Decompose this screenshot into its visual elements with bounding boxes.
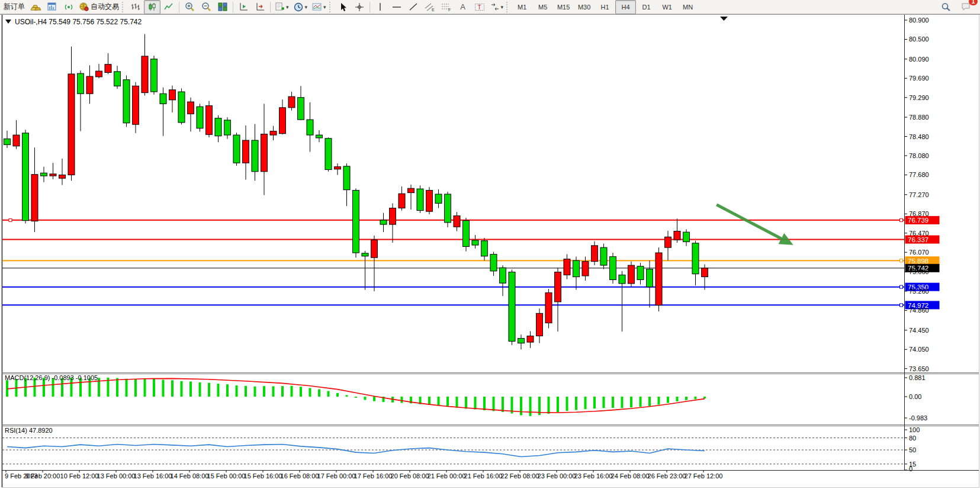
candle-body-down bbox=[500, 268, 506, 283]
price-axis-label: 79.290 bbox=[909, 94, 929, 101]
zoom-in-button[interactable] bbox=[181, 0, 198, 14]
candle-body-down bbox=[4, 139, 11, 145]
candle-body-down bbox=[683, 232, 690, 242]
candle-body-up bbox=[702, 268, 708, 277]
notifications-button[interactable]: 1 bbox=[957, 0, 974, 14]
hline-anchor[interactable] bbox=[900, 285, 903, 288]
autotrading-button[interactable]: 自动交易 bbox=[77, 0, 121, 14]
horizontal-line-button[interactable] bbox=[388, 0, 405, 14]
text-label-button[interactable]: T bbox=[471, 0, 488, 14]
timeframe-h1[interactable]: H1 bbox=[595, 0, 615, 14]
chart-window-icon bbox=[47, 2, 57, 11]
chart-shift-marker[interactable] bbox=[720, 17, 728, 21]
timeframe-h4[interactable]: H4 bbox=[615, 0, 636, 14]
fibonacci-button[interactable]: F bbox=[438, 0, 455, 14]
candle-body-up bbox=[536, 313, 543, 336]
crosshair-button[interactable] bbox=[351, 0, 368, 14]
new-order-button[interactable]: 新订单 bbox=[1, 0, 27, 14]
chart-shift-button[interactable] bbox=[235, 0, 252, 14]
trendline-button[interactable] bbox=[405, 0, 422, 14]
candle-body-down bbox=[637, 266, 644, 280]
toolbar-grip[interactable] bbox=[329, 2, 333, 12]
one-click-trading-arrow[interactable] bbox=[5, 20, 11, 24]
equidistant-channel-icon: E bbox=[425, 2, 435, 12]
shapes-dropdown-arrow[interactable]: ▾ bbox=[501, 4, 504, 10]
price-axis-label: 75.260 bbox=[909, 288, 929, 295]
auto-scroll-button[interactable] bbox=[252, 0, 268, 14]
candle-body-down bbox=[353, 190, 359, 253]
pane-separator-macd[interactable] bbox=[2, 373, 979, 374]
indicators-dropdown-arrow[interactable]: ▾ bbox=[323, 4, 326, 10]
autotrading-label: 自动交易 bbox=[91, 2, 119, 12]
hlines-layer[interactable]: 76.73976.33775.89875.74275.35074.972 bbox=[2, 216, 940, 309]
market-watch-icon[interactable] bbox=[44, 0, 60, 14]
vertical-line-button[interactable] bbox=[372, 0, 388, 14]
channel-button[interactable]: E bbox=[422, 0, 438, 14]
chart-canvas[interactable]: 76.73976.33775.89875.74275.35074.972 80.… bbox=[0, 0, 980, 489]
chart-title-ohlc: USOil-,H4 75.549 75.756 75.522 75.742 bbox=[15, 18, 142, 26]
candle-body-down bbox=[215, 118, 221, 136]
macd-pane: 0.8810.00-0.983 bbox=[7, 374, 927, 422]
candlestick-icon bbox=[147, 2, 157, 11]
gold-bars-icon[interactable] bbox=[27, 0, 44, 14]
timeframe-w1[interactable]: W1 bbox=[657, 0, 677, 14]
time-axis-label: 21 Feb 00:00 bbox=[428, 472, 466, 480]
toolbar-grip[interactable] bbox=[122, 2, 126, 12]
search-button[interactable] bbox=[937, 0, 954, 14]
trend-arrow-annotation[interactable] bbox=[716, 205, 789, 243]
tile-windows-icon bbox=[218, 2, 227, 11]
candle-body-up bbox=[582, 262, 589, 276]
candle-body-down bbox=[224, 120, 231, 135]
candle-body-up bbox=[371, 240, 378, 258]
timeframe-m5[interactable]: M5 bbox=[532, 0, 553, 14]
rsi-pane: 1008050150 bbox=[2, 426, 920, 472]
candle-body-up bbox=[243, 140, 249, 163]
indicators-button[interactable]: ▾ bbox=[310, 0, 329, 14]
time-axis-label: 15 Feb 16:00 bbox=[244, 472, 282, 480]
timeframe-m1[interactable]: M1 bbox=[512, 0, 532, 14]
tile-windows-button[interactable] bbox=[214, 0, 231, 14]
timeframe-m15[interactable]: M15 bbox=[553, 0, 574, 14]
candle-body-up bbox=[206, 106, 213, 135]
hline-anchor[interactable] bbox=[900, 259, 903, 262]
globe-icon bbox=[79, 2, 89, 11]
hline-anchor[interactable] bbox=[900, 218, 903, 221]
hline-anchor[interactable] bbox=[900, 304, 903, 307]
periods-button[interactable]: ▾ bbox=[291, 0, 310, 14]
time-axis-label: 16 Feb 08:00 bbox=[281, 472, 319, 480]
text-button[interactable]: A bbox=[455, 0, 471, 14]
candlestick-chart-button[interactable] bbox=[144, 0, 160, 14]
price-axis-label: 78.480 bbox=[909, 133, 929, 140]
timeframe-d1[interactable]: D1 bbox=[636, 0, 657, 14]
hline-left-anchor[interactable] bbox=[9, 218, 12, 221]
zoom-out-icon bbox=[201, 2, 211, 12]
signal-icon[interactable] bbox=[60, 0, 77, 14]
new-chart-dropdown-arrow[interactable]: ▾ bbox=[286, 4, 289, 10]
cursor-button[interactable] bbox=[335, 0, 351, 14]
price-axis-label: 80.900 bbox=[909, 17, 929, 24]
search-icon bbox=[941, 2, 951, 12]
time-axis[interactable]: 9 Feb 20239 Feb 20:0010 Feb 12:0013 Feb … bbox=[5, 470, 722, 480]
pane-separator-rsi[interactable] bbox=[2, 425, 979, 426]
candle-body-up bbox=[86, 76, 93, 94]
bar-chart-button[interactable] bbox=[127, 0, 144, 14]
price-axis-label: 78.080 bbox=[909, 152, 929, 159]
rsi-line bbox=[7, 444, 705, 456]
line-chart-button[interactable] bbox=[160, 0, 177, 14]
notification-badge: 1 bbox=[969, 0, 978, 5]
periods-dropdown-arrow[interactable]: ▾ bbox=[305, 4, 308, 10]
zoom-out-button[interactable] bbox=[198, 0, 214, 14]
annotations-layer[interactable] bbox=[716, 205, 789, 243]
shapes-button[interactable]: ▾ bbox=[488, 0, 506, 14]
candle-body-down bbox=[481, 241, 488, 256]
signal-waves-icon bbox=[64, 2, 73, 11]
toolbar-grip[interactable] bbox=[506, 2, 510, 12]
timeframe-mn[interactable]: MN bbox=[677, 0, 698, 14]
timeframe-m30[interactable]: M30 bbox=[574, 0, 595, 14]
candle-body-up bbox=[105, 65, 111, 73]
time-axis-label: 17 Feb 00:00 bbox=[317, 472, 356, 480]
new-chart-button[interactable]: ▾ bbox=[272, 0, 291, 14]
candle-body-down bbox=[178, 92, 185, 123]
price-axis-label: 74.450 bbox=[909, 327, 929, 334]
price-axis[interactable]: 80.90080.50080.09079.69079.29078.88078.4… bbox=[904, 17, 929, 372]
